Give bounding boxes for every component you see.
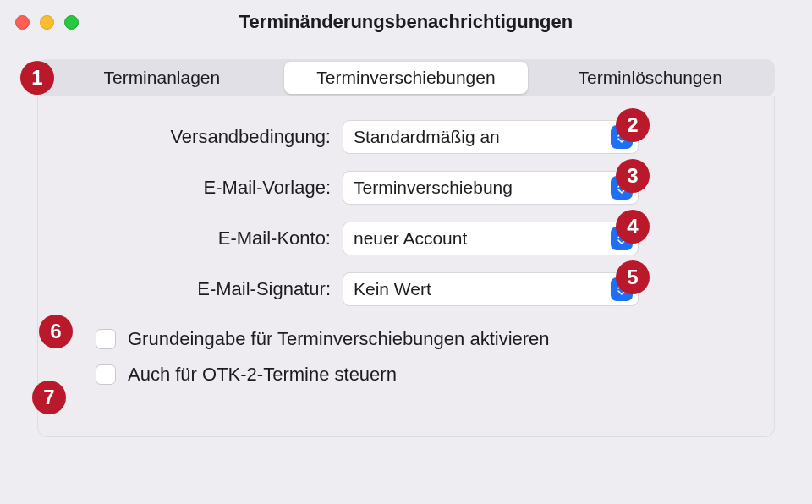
- select-value: Standardmäßig an: [354, 127, 500, 147]
- row-check-otk2: Auch für OTK-2-Termine steuern: [96, 364, 749, 386]
- annotation-badge-2: 2: [616, 108, 650, 142]
- annotation-badge-3: 3: [616, 159, 650, 193]
- row-check-grundeingabe: Grundeingabe für Terminverschiebungen ak…: [96, 328, 749, 350]
- tab-terminloeschungen[interactable]: Terminlöschungen: [528, 62, 772, 94]
- label-email-signatur: E-Mail-Signatur:: [63, 278, 343, 300]
- titlebar: Terminänderungsbenachrichtigungen: [0, 0, 812, 44]
- select-email-konto[interactable]: neuer Account: [343, 222, 639, 255]
- annotation-badge-6: 6: [39, 315, 73, 348]
- select-value: neuer Account: [354, 228, 467, 249]
- tab-bar: Terminanlagen Terminverschiebungen Termi…: [37, 59, 775, 96]
- annotation-badge-5: 5: [616, 260, 650, 294]
- checkbox-label: Grundeingabe für Terminverschiebungen ak…: [128, 328, 550, 350]
- window-title: Terminänderungsbenachrichtigungen: [0, 11, 812, 33]
- select-value: Kein Wert: [354, 279, 431, 299]
- label-versandbedingung: Versandbedingung:: [63, 126, 343, 148]
- tab-terminverschiebungen[interactable]: Terminverschiebungen: [284, 62, 529, 94]
- select-value: Terminverschiebung: [354, 178, 513, 198]
- checkbox-grundeingabe[interactable]: [96, 329, 116, 349]
- label-email-konto: E-Mail-Konto:: [63, 227, 343, 249]
- tab-terminanlagen[interactable]: Terminanlagen: [40, 62, 284, 94]
- select-email-vorlage[interactable]: Terminverschiebung: [343, 171, 639, 205]
- settings-panel: Versandbedingung: Standardmäßig an E-Mai…: [37, 96, 775, 437]
- select-versandbedingung[interactable]: Standardmäßig an: [343, 120, 639, 154]
- select-email-signatur[interactable]: Kein Wert: [343, 272, 639, 306]
- checkbox-label: Auch für OTK-2-Termine steuern: [128, 364, 397, 386]
- annotation-badge-7: 7: [32, 381, 66, 414]
- annotation-badge-4: 4: [616, 210, 650, 244]
- checkbox-otk2[interactable]: [96, 364, 116, 385]
- annotation-badge-1: 1: [20, 61, 54, 95]
- label-email-vorlage: E-Mail-Vorlage:: [63, 177, 343, 199]
